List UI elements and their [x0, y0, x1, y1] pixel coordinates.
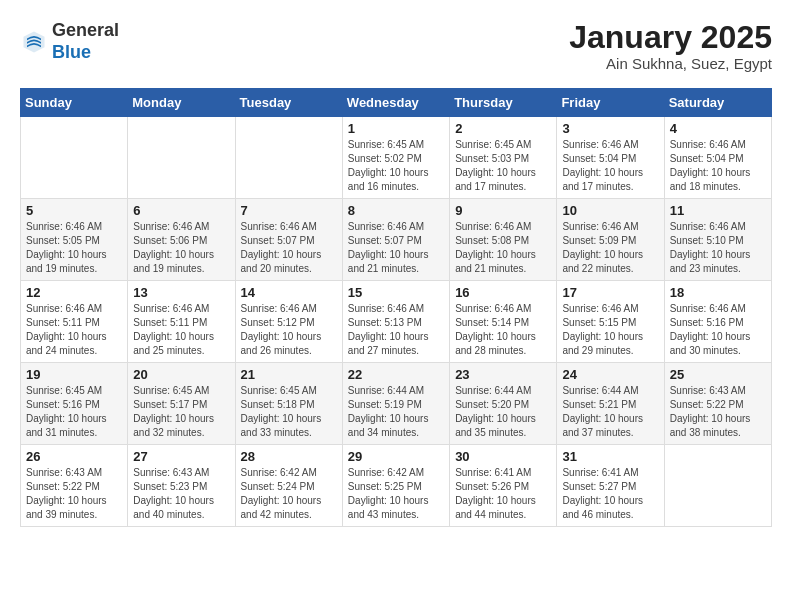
day-info: Sunrise: 6:42 AM Sunset: 5:25 PM Dayligh… — [348, 466, 444, 522]
day-number: 16 — [455, 285, 551, 300]
day-info: Sunrise: 6:46 AM Sunset: 5:10 PM Dayligh… — [670, 220, 766, 276]
calendar-cell: 17Sunrise: 6:46 AM Sunset: 5:15 PM Dayli… — [557, 281, 664, 363]
day-number: 6 — [133, 203, 229, 218]
calendar-cell: 10Sunrise: 6:46 AM Sunset: 5:09 PM Dayli… — [557, 199, 664, 281]
calendar-cell: 8Sunrise: 6:46 AM Sunset: 5:07 PM Daylig… — [342, 199, 449, 281]
day-number: 28 — [241, 449, 337, 464]
day-info: Sunrise: 6:46 AM Sunset: 5:09 PM Dayligh… — [562, 220, 658, 276]
day-number: 2 — [455, 121, 551, 136]
day-number: 21 — [241, 367, 337, 382]
day-info: Sunrise: 6:46 AM Sunset: 5:08 PM Dayligh… — [455, 220, 551, 276]
title-block: January 2025 Ain Sukhna, Suez, Egypt — [569, 20, 772, 72]
calendar-week-4: 19Sunrise: 6:45 AM Sunset: 5:16 PM Dayli… — [21, 363, 772, 445]
day-info: Sunrise: 6:41 AM Sunset: 5:26 PM Dayligh… — [455, 466, 551, 522]
day-number: 8 — [348, 203, 444, 218]
day-number: 10 — [562, 203, 658, 218]
calendar-cell: 13Sunrise: 6:46 AM Sunset: 5:11 PM Dayli… — [128, 281, 235, 363]
day-info: Sunrise: 6:45 AM Sunset: 5:18 PM Dayligh… — [241, 384, 337, 440]
day-info: Sunrise: 6:46 AM Sunset: 5:11 PM Dayligh… — [26, 302, 122, 358]
day-number: 12 — [26, 285, 122, 300]
calendar-cell: 28Sunrise: 6:42 AM Sunset: 5:24 PM Dayli… — [235, 445, 342, 527]
calendar-week-3: 12Sunrise: 6:46 AM Sunset: 5:11 PM Dayli… — [21, 281, 772, 363]
day-number: 20 — [133, 367, 229, 382]
day-header-monday: Monday — [128, 89, 235, 117]
day-header-wednesday: Wednesday — [342, 89, 449, 117]
day-info: Sunrise: 6:46 AM Sunset: 5:11 PM Dayligh… — [133, 302, 229, 358]
day-number: 19 — [26, 367, 122, 382]
day-info: Sunrise: 6:45 AM Sunset: 5:03 PM Dayligh… — [455, 138, 551, 194]
calendar-cell: 27Sunrise: 6:43 AM Sunset: 5:23 PM Dayli… — [128, 445, 235, 527]
calendar-cell: 19Sunrise: 6:45 AM Sunset: 5:16 PM Dayli… — [21, 363, 128, 445]
day-info: Sunrise: 6:45 AM Sunset: 5:02 PM Dayligh… — [348, 138, 444, 194]
day-number: 4 — [670, 121, 766, 136]
calendar-cell: 16Sunrise: 6:46 AM Sunset: 5:14 PM Dayli… — [450, 281, 557, 363]
calendar-week-2: 5Sunrise: 6:46 AM Sunset: 5:05 PM Daylig… — [21, 199, 772, 281]
calendar-cell: 30Sunrise: 6:41 AM Sunset: 5:26 PM Dayli… — [450, 445, 557, 527]
day-number: 3 — [562, 121, 658, 136]
day-info: Sunrise: 6:46 AM Sunset: 5:13 PM Dayligh… — [348, 302, 444, 358]
calendar-cell: 20Sunrise: 6:45 AM Sunset: 5:17 PM Dayli… — [128, 363, 235, 445]
calendar-cell: 23Sunrise: 6:44 AM Sunset: 5:20 PM Dayli… — [450, 363, 557, 445]
day-number: 25 — [670, 367, 766, 382]
day-number: 26 — [26, 449, 122, 464]
day-info: Sunrise: 6:45 AM Sunset: 5:16 PM Dayligh… — [26, 384, 122, 440]
day-number: 17 — [562, 285, 658, 300]
day-info: Sunrise: 6:43 AM Sunset: 5:23 PM Dayligh… — [133, 466, 229, 522]
calendar-cell: 21Sunrise: 6:45 AM Sunset: 5:18 PM Dayli… — [235, 363, 342, 445]
day-number: 29 — [348, 449, 444, 464]
day-info: Sunrise: 6:46 AM Sunset: 5:16 PM Dayligh… — [670, 302, 766, 358]
day-info: Sunrise: 6:46 AM Sunset: 5:14 PM Dayligh… — [455, 302, 551, 358]
calendar-cell: 22Sunrise: 6:44 AM Sunset: 5:19 PM Dayli… — [342, 363, 449, 445]
calendar-cell: 12Sunrise: 6:46 AM Sunset: 5:11 PM Dayli… — [21, 281, 128, 363]
calendar-cell: 31Sunrise: 6:41 AM Sunset: 5:27 PM Dayli… — [557, 445, 664, 527]
calendar-cell — [128, 117, 235, 199]
day-info: Sunrise: 6:44 AM Sunset: 5:21 PM Dayligh… — [562, 384, 658, 440]
calendar-header-row: SundayMondayTuesdayWednesdayThursdayFrid… — [21, 89, 772, 117]
day-info: Sunrise: 6:46 AM Sunset: 5:15 PM Dayligh… — [562, 302, 658, 358]
day-number: 22 — [348, 367, 444, 382]
calendar-week-5: 26Sunrise: 6:43 AM Sunset: 5:22 PM Dayli… — [21, 445, 772, 527]
day-number: 5 — [26, 203, 122, 218]
calendar-cell: 29Sunrise: 6:42 AM Sunset: 5:25 PM Dayli… — [342, 445, 449, 527]
calendar-cell: 18Sunrise: 6:46 AM Sunset: 5:16 PM Dayli… — [664, 281, 771, 363]
calendar-cell — [664, 445, 771, 527]
day-number: 11 — [670, 203, 766, 218]
day-number: 27 — [133, 449, 229, 464]
day-info: Sunrise: 6:43 AM Sunset: 5:22 PM Dayligh… — [26, 466, 122, 522]
day-header-saturday: Saturday — [664, 89, 771, 117]
logo: General Blue — [20, 20, 119, 63]
calendar-cell: 26Sunrise: 6:43 AM Sunset: 5:22 PM Dayli… — [21, 445, 128, 527]
page-header: General Blue January 2025 Ain Sukhna, Su… — [20, 20, 772, 72]
calendar-cell: 4Sunrise: 6:46 AM Sunset: 5:04 PM Daylig… — [664, 117, 771, 199]
day-info: Sunrise: 6:42 AM Sunset: 5:24 PM Dayligh… — [241, 466, 337, 522]
logo-blue-text: Blue — [52, 42, 91, 62]
day-info: Sunrise: 6:46 AM Sunset: 5:12 PM Dayligh… — [241, 302, 337, 358]
calendar-week-1: 1Sunrise: 6:45 AM Sunset: 5:02 PM Daylig… — [21, 117, 772, 199]
calendar-cell: 14Sunrise: 6:46 AM Sunset: 5:12 PM Dayli… — [235, 281, 342, 363]
day-number: 1 — [348, 121, 444, 136]
day-number: 23 — [455, 367, 551, 382]
calendar-cell: 25Sunrise: 6:43 AM Sunset: 5:22 PM Dayli… — [664, 363, 771, 445]
calendar-cell: 6Sunrise: 6:46 AM Sunset: 5:06 PM Daylig… — [128, 199, 235, 281]
day-info: Sunrise: 6:45 AM Sunset: 5:17 PM Dayligh… — [133, 384, 229, 440]
day-info: Sunrise: 6:41 AM Sunset: 5:27 PM Dayligh… — [562, 466, 658, 522]
calendar-cell: 7Sunrise: 6:46 AM Sunset: 5:07 PM Daylig… — [235, 199, 342, 281]
day-info: Sunrise: 6:46 AM Sunset: 5:07 PM Dayligh… — [241, 220, 337, 276]
day-info: Sunrise: 6:44 AM Sunset: 5:20 PM Dayligh… — [455, 384, 551, 440]
day-info: Sunrise: 6:44 AM Sunset: 5:19 PM Dayligh… — [348, 384, 444, 440]
calendar-subtitle: Ain Sukhna, Suez, Egypt — [569, 55, 772, 72]
calendar-cell: 5Sunrise: 6:46 AM Sunset: 5:05 PM Daylig… — [21, 199, 128, 281]
day-info: Sunrise: 6:46 AM Sunset: 5:06 PM Dayligh… — [133, 220, 229, 276]
calendar-cell: 1Sunrise: 6:45 AM Sunset: 5:02 PM Daylig… — [342, 117, 449, 199]
day-number: 15 — [348, 285, 444, 300]
day-header-tuesday: Tuesday — [235, 89, 342, 117]
logo-icon — [20, 28, 48, 56]
calendar-cell — [235, 117, 342, 199]
day-info: Sunrise: 6:46 AM Sunset: 5:05 PM Dayligh… — [26, 220, 122, 276]
day-info: Sunrise: 6:43 AM Sunset: 5:22 PM Dayligh… — [670, 384, 766, 440]
day-number: 7 — [241, 203, 337, 218]
svg-marker-0 — [24, 31, 45, 52]
day-header-thursday: Thursday — [450, 89, 557, 117]
calendar-cell: 24Sunrise: 6:44 AM Sunset: 5:21 PM Dayli… — [557, 363, 664, 445]
day-number: 24 — [562, 367, 658, 382]
